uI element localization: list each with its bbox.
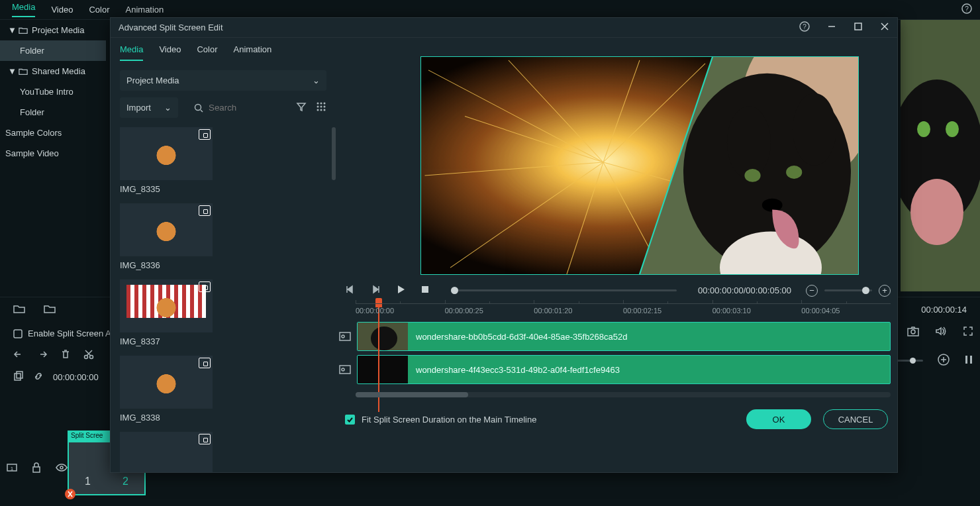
- split-handle-icon[interactable]: [64, 487, 77, 501]
- copy-icon[interactable]: [13, 371, 24, 383]
- tree-label: Shared Media: [32, 66, 85, 76]
- dialog-tabbar: Media Video Color Animation: [111, 38, 336, 61]
- timeline-track: wondershare-4f43ecc3-531d-49b2-a0f4-fedf…: [338, 355, 891, 384]
- clip-label: wondershare-4f43ecc3-531d-49b2-a0f4-fedf…: [416, 365, 620, 375]
- image-badge-icon: [199, 129, 211, 140]
- media-thumb[interactable]: IMG_8335: [120, 127, 326, 194]
- search-icon: [194, 103, 203, 113]
- tab-video[interactable]: Video: [51, 5, 73, 15]
- svg-rect-2: [14, 330, 22, 338]
- tree-sample-colors[interactable]: Sample Colors: [0, 123, 106, 143]
- filter-icon[interactable]: [296, 101, 307, 114]
- svg-point-56: [762, 199, 783, 212]
- zoom-in-icon[interactable]: +: [879, 285, 891, 297]
- zoom-slider[interactable]: [824, 289, 872, 291]
- timeline-clip[interactable]: wondershare-bb0b5cdd-6d3f-40e4-85ae-35fb…: [357, 322, 891, 351]
- snapshot-icon[interactable]: [907, 326, 919, 338]
- ruler-tick: 00:00:02:15: [623, 307, 662, 315]
- chevron-down-icon: ⌄: [164, 103, 172, 113]
- project-media-dropdown[interactable]: Project Media ⌄: [120, 70, 326, 91]
- svg-point-14: [910, 179, 963, 245]
- dialog-tab-animation[interactable]: Animation: [234, 44, 272, 61]
- timeline-scrollbar[interactable]: [356, 392, 891, 397]
- timeline-track: wondershare-bb0b5cdd-6d3f-40e4-85ae-35fb…: [338, 322, 891, 351]
- enable-split-checkbox[interactable]: Enable Split Screen An: [13, 329, 116, 338]
- zoom-out-icon[interactable]: −: [806, 285, 818, 297]
- close-icon[interactable]: [880, 22, 889, 33]
- ruler-tick: 00:00:04:05: [801, 307, 840, 315]
- tab-media[interactable]: Media: [12, 2, 35, 17]
- stop-icon[interactable]: [420, 285, 430, 296]
- maximize-icon[interactable]: [854, 22, 863, 33]
- tree-sample-video[interactable]: Sample Video: [0, 143, 106, 164]
- chevron-down-icon: ⌄: [313, 76, 320, 85]
- media-thumb[interactable]: IMG_8337: [120, 279, 326, 346]
- cancel-button[interactable]: CANCEL: [823, 409, 888, 429]
- dialog-tab-media[interactable]: Media: [120, 44, 143, 61]
- svg-point-62: [371, 327, 397, 350]
- track-video-icon[interactable]: 1: [7, 463, 17, 474]
- fullscreen-icon[interactable]: [963, 326, 973, 338]
- search-input[interactable]: [187, 98, 287, 117]
- video-track-icon[interactable]: [338, 331, 352, 342]
- media-thumb[interactable]: [120, 432, 326, 472]
- eye-icon[interactable]: [56, 464, 68, 474]
- svg-point-54: [744, 169, 760, 182]
- dialog-tab-color[interactable]: Color: [197, 44, 217, 61]
- ruler-tick: 00:00:00:25: [445, 307, 483, 315]
- thumb-label: IMG_8337: [120, 336, 326, 346]
- redo-icon[interactable]: [37, 350, 48, 361]
- tree-shared-media[interactable]: ▼Shared Media: [0, 61, 106, 81]
- clip-label: wondershare-bb0b5cdd-6d3f-40e4-85ae-35fb…: [416, 332, 627, 342]
- svg-rect-9: [33, 467, 40, 472]
- svg-point-16: [946, 121, 959, 137]
- help-icon[interactable]: ?: [961, 3, 972, 16]
- seek-slider[interactable]: [451, 289, 677, 291]
- svg-point-34: [324, 109, 326, 111]
- audio-icon[interactable]: [935, 326, 947, 338]
- import-dropdown[interactable]: Import ⌄: [120, 97, 178, 118]
- thumb-label: IMG_8338: [120, 413, 326, 423]
- svg-rect-58: [422, 286, 428, 293]
- add-track-icon[interactable]: [938, 354, 950, 368]
- tab-animation[interactable]: Animation: [126, 5, 164, 15]
- grid-view-icon[interactable]: [316, 101, 326, 114]
- preview-controls: 00:00:00:00/00:00:05:00 − +: [336, 275, 897, 301]
- undo-icon[interactable]: [13, 350, 24, 361]
- fit-duration-checkbox[interactable]: [345, 415, 355, 425]
- svg-point-15: [917, 121, 930, 137]
- tree-folder-2[interactable]: Folder: [0, 102, 106, 123]
- search-field[interactable]: [207, 102, 267, 113]
- dropdown-label: Import: [126, 103, 151, 113]
- svg-point-28: [324, 103, 326, 105]
- svg-text:?: ?: [803, 23, 807, 30]
- ruler-tick: 00:00:01:20: [534, 307, 572, 315]
- dialog-tab-video[interactable]: Video: [159, 44, 181, 61]
- tree-project-media[interactable]: ▼Project Media: [0, 20, 106, 40]
- video-track-icon[interactable]: [338, 364, 352, 375]
- svg-point-31: [324, 106, 326, 108]
- prev-frame-icon[interactable]: [345, 284, 356, 297]
- tab-color[interactable]: Color: [89, 5, 109, 15]
- svg-point-18: [911, 330, 915, 334]
- button-label: CANCEL: [838, 415, 873, 425]
- play-icon[interactable]: [395, 284, 406, 297]
- timeline-clip[interactable]: wondershare-4f43ecc3-531d-49b2-a0f4-fedf…: [357, 355, 891, 384]
- pause-icon[interactable]: [964, 354, 973, 367]
- timeline-ruler[interactable]: 00:00:00:00 00:00:00:25 00:00:01:20 00:0…: [356, 303, 891, 318]
- cut-icon[interactable]: [83, 349, 94, 362]
- media-thumb[interactable]: IMG_8338: [120, 356, 326, 423]
- folder-icon[interactable]: [44, 304, 56, 315]
- tree-folder[interactable]: Folder: [0, 40, 106, 61]
- delete-icon[interactable]: [61, 349, 70, 362]
- lock-icon[interactable]: [32, 462, 41, 475]
- minimize-icon[interactable]: [827, 22, 836, 33]
- split-screen-preview[interactable]: [420, 56, 859, 275]
- next-frame-icon[interactable]: [370, 284, 381, 297]
- media-thumb[interactable]: IMG_8336: [120, 203, 326, 270]
- link-icon[interactable]: [33, 371, 44, 383]
- help-icon[interactable]: ?: [799, 21, 810, 34]
- ok-button[interactable]: OK: [746, 409, 811, 429]
- tree-youtube-intro[interactable]: YouTube Intro: [0, 81, 106, 102]
- new-folder-icon[interactable]: [13, 304, 25, 315]
